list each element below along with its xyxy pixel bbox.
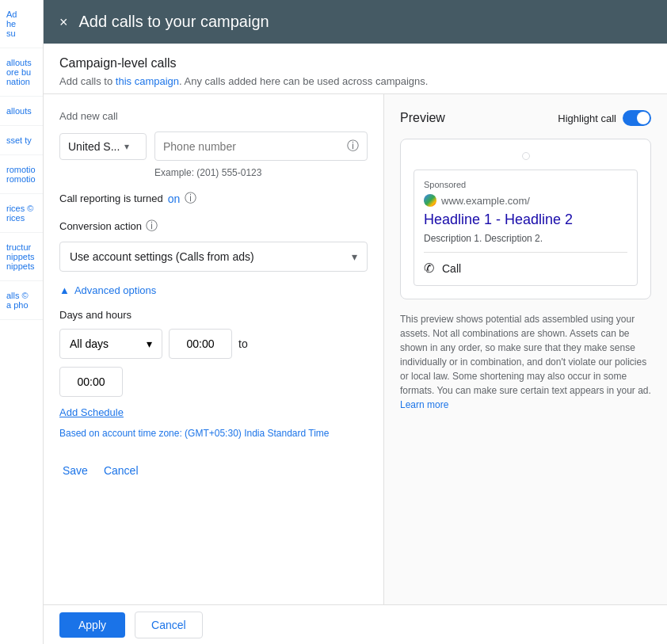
subtitle-suffix: . Any calls added here can be used acros… xyxy=(179,75,428,87)
call-reporting-prefix: Call reporting is turned xyxy=(59,192,163,204)
sidebar-item-6[interactable]: rices ©rices xyxy=(0,194,43,233)
conversion-dropdown[interactable]: Use account settings (Calls from ads) ▾ xyxy=(59,242,368,272)
modal-body: Add new call United S... ▾ ⓘ Example: (2… xyxy=(44,94,667,644)
time-from-input[interactable] xyxy=(169,329,232,359)
phone-circle xyxy=(522,152,530,160)
apply-button[interactable]: Apply xyxy=(59,612,125,638)
close-button[interactable]: × xyxy=(59,15,68,29)
bottom-cancel-button[interactable]: Cancel xyxy=(135,612,203,638)
call-reporting-info-icon[interactable]: ⓘ xyxy=(185,191,196,206)
days-arrow-icon: ▾ xyxy=(147,337,152,350)
url-globe-icon xyxy=(424,194,436,207)
highlight-call-row: Highlight call xyxy=(558,110,651,126)
preview-header: Preview Highlight call xyxy=(400,110,651,126)
call-label: Call xyxy=(442,262,461,275)
conversion-label-text: Conversion action xyxy=(59,220,142,232)
save-button[interactable]: Save xyxy=(59,459,91,482)
this-campaign-link[interactable]: this campaign xyxy=(116,75,179,87)
right-panel: Preview Highlight call Sponsored www.exa… xyxy=(384,94,667,644)
campaign-level-label: Campaign-level calls xyxy=(59,56,651,70)
url-text: www.example.com/ xyxy=(441,195,530,207)
conversion-dropdown-arrow-icon: ▾ xyxy=(352,250,357,263)
sidebar-item-3[interactable]: allouts xyxy=(0,97,43,126)
days-hours-row: All days ▾ to xyxy=(59,329,368,359)
advanced-options-label: Advanced options xyxy=(74,284,156,296)
timezone-link: (GMT+05:30) India xyxy=(185,428,265,439)
url-row: www.example.com/ xyxy=(424,194,627,207)
ad-card: Sponsored www.example.com/ Headline 1 - … xyxy=(414,170,638,286)
modal: × Add calls to your campaign Campaign-le… xyxy=(44,0,667,644)
to-label: to xyxy=(238,337,248,350)
modal-subtitle-bar: Campaign-level calls Add calls to this c… xyxy=(44,44,667,94)
phone-row: United S... ▾ ⓘ xyxy=(59,131,368,161)
advanced-toggle-icon: ▲ xyxy=(59,284,70,296)
ad-description: Description 1. Description 2. xyxy=(424,233,627,244)
sidebar-item-7[interactable]: tructurnippetsnippets xyxy=(0,233,43,281)
phone-info-icon[interactable]: ⓘ xyxy=(347,139,359,154)
phone-example: Example: (201) 555-0123 xyxy=(154,167,368,178)
country-value: United S... xyxy=(68,140,120,153)
advanced-section: Days and hours All days ▾ to Add Schedul… xyxy=(59,309,368,439)
preview-disclaimer: This preview shows potential ads assembl… xyxy=(400,312,651,412)
phone-input-wrap: ⓘ xyxy=(154,131,368,161)
conversion-info-icon[interactable]: ⓘ xyxy=(146,219,158,234)
country-arrow-icon: ▾ xyxy=(124,141,129,152)
subtitle-prefix: Add calls to xyxy=(59,75,116,87)
left-panel: Add new call United S... ▾ ⓘ Example: (2… xyxy=(44,94,384,644)
ad-divider xyxy=(424,252,627,253)
days-select[interactable]: All days ▾ xyxy=(59,329,162,359)
sidebar-item-8[interactable]: alls ©a pho xyxy=(0,281,43,320)
days-hours-label: Days and hours xyxy=(59,309,368,321)
conversion-dropdown-text: Use account settings (Calls from ads) xyxy=(70,250,254,263)
timezone-note: Based on account time zone: (GMT+05:30) … xyxy=(59,428,368,439)
sidebar-item-5[interactable]: romotioromotio xyxy=(0,155,43,194)
timezone-prefix: Based on account time zone: xyxy=(59,428,185,439)
modal-title: Add calls to your campaign xyxy=(79,13,269,31)
modal-header: × Add calls to your campaign xyxy=(44,0,667,44)
timezone-suffix: Standard Time xyxy=(265,428,329,439)
panel-footer: Save Cancel xyxy=(59,452,368,482)
call-reporting-status: on xyxy=(168,192,181,205)
call-row: ✆ Call xyxy=(424,261,627,276)
highlight-call-label: Highlight call xyxy=(558,112,616,124)
bottom-bar: Apply Cancel xyxy=(44,604,667,644)
advanced-options-toggle[interactable]: ▲ Advanced options xyxy=(59,284,368,296)
ad-headline: Headline 1 - Headline 2 xyxy=(424,211,627,228)
sponsored-text: Sponsored xyxy=(424,180,627,189)
cancel-button[interactable]: Cancel xyxy=(101,459,142,482)
learn-more-link[interactable]: Learn more xyxy=(400,399,448,410)
phone-mockup: Sponsored www.example.com/ Headline 1 - … xyxy=(400,139,651,299)
add-schedule-link[interactable]: Add Schedule xyxy=(59,406,368,418)
preview-label: Preview xyxy=(400,111,445,125)
sidebar-item-2[interactable]: alloutsore bunation xyxy=(0,48,43,97)
time-to-input[interactable] xyxy=(59,367,123,397)
call-reporting-row: Call reporting is turned on ⓘ xyxy=(59,191,368,206)
modal-subtitle-desc: Add calls to this campaign. Any calls ad… xyxy=(59,75,651,87)
disclaimer-text: This preview shows potential ads assembl… xyxy=(400,314,651,396)
sidebar-item-1[interactable]: Adhesu xyxy=(0,0,43,48)
highlight-call-toggle[interactable] xyxy=(623,110,651,126)
sidebar-item-4[interactable]: sset ty xyxy=(0,126,43,155)
country-select[interactable]: United S... ▾ xyxy=(59,133,147,160)
conversion-action-label: Conversion action ⓘ xyxy=(59,219,368,234)
phone-icon: ✆ xyxy=(424,261,434,276)
phone-input[interactable] xyxy=(163,140,342,153)
days-value: All days xyxy=(70,337,109,350)
sidebar: Adhesu alloutsore bunation allouts sset … xyxy=(0,0,44,644)
add-new-call-label: Add new call xyxy=(59,110,368,122)
